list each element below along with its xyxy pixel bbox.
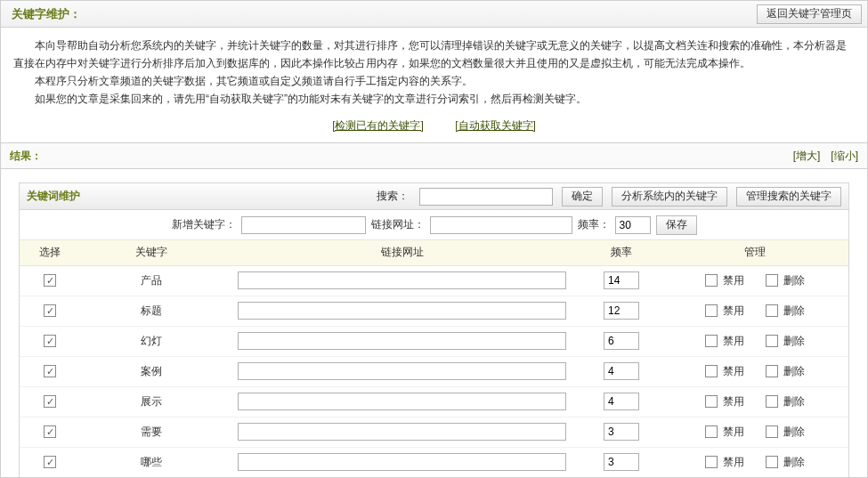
- description: 本向导帮助自动分析您系统内的关键字，并统计关键字的数量，对其进行排序，您可以清理…: [1, 28, 867, 113]
- delete-action[interactable]: 删除: [766, 364, 805, 379]
- page-title: 关键字维护：: [6, 6, 81, 22]
- delete-label: 删除: [783, 334, 805, 349]
- row-url-input[interactable]: [238, 362, 566, 380]
- row-freq-input[interactable]: [604, 423, 639, 441]
- delete-checkbox[interactable]: [766, 395, 778, 408]
- disable-label: 禁用: [723, 304, 744, 319]
- add-keyword-row: 新增关键字： 链接网址： 频率： 保存: [20, 210, 848, 240]
- row-freq-input[interactable]: [604, 302, 639, 320]
- row-freq-input[interactable]: [604, 332, 639, 350]
- delete-checkbox[interactable]: [766, 335, 778, 347]
- delete-checkbox[interactable]: [766, 425, 778, 438]
- delete-label: 删除: [783, 455, 805, 470]
- table-row: 产品禁用删除: [20, 265, 848, 296]
- col-manage: 管理: [661, 240, 848, 265]
- row-select-checkbox[interactable]: [44, 304, 56, 317]
- delete-action[interactable]: 删除: [766, 455, 805, 470]
- disable-action[interactable]: 禁用: [705, 304, 744, 319]
- disable-checkbox[interactable]: [705, 335, 718, 347]
- new-url-label: 链接网址：: [371, 217, 425, 232]
- desc-p3: 如果您的文章是采集回来的，请先用“自动获取关键字”的功能对未有关键字的文章进行分…: [13, 90, 855, 108]
- shrink-link[interactable]: [缩小]: [831, 150, 858, 162]
- disable-label: 禁用: [723, 334, 744, 349]
- delete-action[interactable]: 删除: [766, 304, 805, 319]
- keyword-panel: 关键词维护 搜索： 确定 分析系统内的关键字 管理搜索的关键字 新增关键字： 链…: [19, 182, 849, 477]
- result-bar: 结果： [增大] [缩小]: [1, 142, 867, 169]
- results-scroll[interactable]: 关键词维护 搜索： 确定 分析系统内的关键字 管理搜索的关键字 新增关键字： 链…: [1, 175, 867, 477]
- table-header-row: 选择 关键字 链接网址 频率 管理: [20, 240, 848, 265]
- save-button[interactable]: 保存: [656, 215, 697, 235]
- delete-label: 删除: [783, 425, 805, 440]
- row-keyword: 产品: [80, 265, 223, 296]
- row-select-checkbox[interactable]: [44, 335, 56, 347]
- row-select-checkbox[interactable]: [44, 365, 56, 377]
- table-row: 案例禁用删除: [20, 356, 848, 386]
- disable-action[interactable]: 禁用: [705, 425, 744, 440]
- enlarge-link[interactable]: [增大]: [793, 150, 821, 162]
- manage-search-button[interactable]: 管理搜索的关键字: [736, 187, 841, 207]
- row-url-input[interactable]: [238, 271, 566, 289]
- disable-label: 禁用: [723, 364, 744, 379]
- search-label: 搜索：: [377, 189, 409, 204]
- search-input[interactable]: [419, 188, 553, 206]
- keyword-table: 选择 关键字 链接网址 频率 管理 产品禁用删除标题禁用删除幻灯禁用删除案例禁用…: [20, 240, 848, 477]
- disable-action[interactable]: 禁用: [705, 273, 744, 288]
- desc-p2: 本程序只分析文章频道的关键字数据，其它频道或自定义频道请自行手工指定内容的关系字…: [13, 72, 855, 90]
- delete-action[interactable]: 删除: [766, 273, 805, 288]
- new-keyword-input[interactable]: [241, 216, 366, 234]
- disable-checkbox[interactable]: [705, 304, 718, 317]
- disable-checkbox[interactable]: [705, 395, 718, 408]
- delete-label: 删除: [783, 273, 805, 288]
- disable-checkbox[interactable]: [705, 425, 718, 438]
- table-row: 展示禁用删除: [20, 386, 848, 417]
- delete-label: 删除: [783, 394, 805, 409]
- disable-checkbox[interactable]: [705, 456, 718, 468]
- row-select-checkbox[interactable]: [44, 274, 56, 287]
- disable-action[interactable]: 禁用: [705, 364, 744, 379]
- row-url-input[interactable]: [238, 332, 566, 350]
- delete-checkbox[interactable]: [766, 365, 778, 377]
- row-select-checkbox[interactable]: [44, 395, 56, 408]
- new-freq-input[interactable]: [615, 216, 651, 234]
- row-freq-input[interactable]: [604, 453, 639, 471]
- disable-label: 禁用: [723, 394, 744, 409]
- row-freq-input[interactable]: [604, 393, 639, 410]
- row-keyword: 标题: [80, 296, 223, 326]
- delete-action[interactable]: 删除: [766, 425, 805, 440]
- disable-checkbox[interactable]: [705, 365, 718, 377]
- zoom-controls: [增大] [缩小]: [793, 149, 858, 164]
- row-freq-input[interactable]: [604, 362, 639, 380]
- search-ok-button[interactable]: 确定: [562, 187, 603, 207]
- row-url-input[interactable]: [238, 423, 566, 441]
- delete-checkbox[interactable]: [766, 274, 778, 287]
- new-keyword-label: 新增关键字：: [172, 217, 236, 232]
- back-button[interactable]: 返回关键字管理页: [757, 4, 862, 24]
- titlebar: 关键字维护： 返回关键字管理页: [1, 1, 867, 28]
- delete-checkbox[interactable]: [766, 304, 778, 317]
- result-label: 结果：: [10, 149, 42, 164]
- row-url-input[interactable]: [238, 393, 566, 410]
- disable-checkbox[interactable]: [705, 274, 718, 287]
- delete-action[interactable]: 删除: [766, 394, 805, 409]
- new-url-input[interactable]: [430, 216, 572, 234]
- disable-action[interactable]: 禁用: [705, 394, 744, 409]
- row-select-checkbox[interactable]: [44, 425, 56, 438]
- row-freq-input[interactable]: [604, 271, 639, 289]
- row-keyword: 需要: [80, 417, 223, 447]
- action-links: [检测已有的关键字] [自动获取关键字]: [1, 113, 867, 142]
- desc-p1: 本向导帮助自动分析您系统内的关键字，并统计关键字的数量，对其进行排序，您可以清理…: [13, 36, 855, 72]
- table-row: 需要禁用删除: [20, 417, 848, 447]
- analyze-button[interactable]: 分析系统内的关键字: [612, 187, 727, 207]
- disable-action[interactable]: 禁用: [705, 455, 744, 470]
- row-url-input[interactable]: [238, 302, 566, 320]
- col-url: 链接网址: [223, 240, 581, 265]
- col-freq: 频率: [581, 240, 661, 265]
- disable-action[interactable]: 禁用: [705, 334, 744, 349]
- row-select-checkbox[interactable]: [44, 456, 56, 468]
- row-url-input[interactable]: [238, 453, 566, 471]
- delete-action[interactable]: 删除: [766, 334, 805, 349]
- check-existing-link[interactable]: [检测已有的关键字]: [332, 119, 424, 132]
- auto-fetch-link[interactable]: [自动获取关键字]: [455, 119, 536, 132]
- table-row: 哪些禁用删除: [20, 447, 848, 477]
- delete-checkbox[interactable]: [766, 456, 778, 468]
